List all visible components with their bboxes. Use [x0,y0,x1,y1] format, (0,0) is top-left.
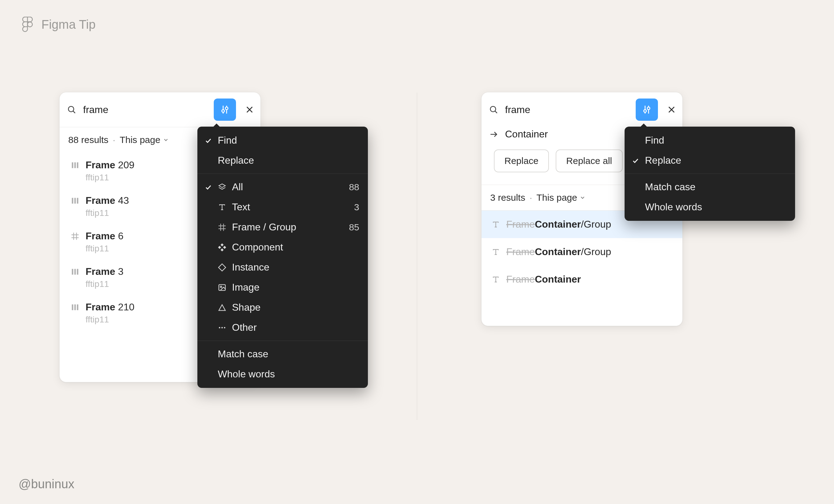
text-icon [491,248,500,256]
menu-item-filter-other[interactable]: Other [197,317,368,337]
close-icon [245,105,254,114]
instance-icon [218,263,226,272]
menu-item-filter-component[interactable]: Component [197,237,368,257]
filter-button[interactable] [636,98,658,121]
svg-rect-9 [72,162,73,168]
result-title: FrameContainer [506,273,581,285]
svg-point-55 [224,327,225,328]
svg-rect-49 [223,246,226,249]
all-icon [218,183,226,192]
menu-item-label: Instance [232,262,354,273]
filter-button[interactable] [214,98,236,121]
menu-item-label: Find [218,135,359,146]
svg-point-6 [225,107,228,110]
autolayout-icon [71,196,80,205]
scope-label: This page [536,192,577,203]
menu-item-filter-all[interactable]: All88 [197,177,368,197]
menu-item-filter-text[interactable]: Text3 [197,197,368,217]
menu-item-label: Component [232,241,354,253]
menu-item-filter-shape[interactable]: Shape [197,298,368,317]
menu-arrow-icon [641,124,647,127]
autolayout-icon [71,161,80,170]
autolayout-icon [71,267,80,276]
svg-point-25 [490,106,496,112]
svg-point-52 [220,286,222,287]
menu-divider [197,341,368,341]
svg-rect-11 [77,162,79,168]
chevron-down-icon [163,137,169,143]
menu-item-label: Other [232,322,354,333]
frame-icon [218,223,226,232]
menu-item-count: 88 [349,182,359,192]
svg-rect-21 [77,269,79,275]
menu-item-replace[interactable]: Replace [624,150,795,171]
svg-point-0 [27,22,32,27]
menu-divider [197,174,368,174]
menu-item-match-case[interactable]: Match case [197,344,368,364]
shape-icon [218,303,226,312]
menu-item-label: Replace [645,155,786,166]
search-row [60,92,260,127]
component-icon [218,243,226,252]
menu-item-label: All [232,181,344,193]
menu-item-label: Shape [232,302,354,313]
svg-line-2 [73,111,75,113]
menu-item-label: Match case [645,181,786,193]
menu-item-filter-image[interactable]: Image [197,277,368,298]
menu-item-match-case[interactable]: Match case [624,177,795,197]
separator-dot: · [113,135,115,145]
result-title: Frame 3 [86,266,124,277]
menu-item-label: Find [645,135,786,146]
replace-all-button[interactable]: Replace all [556,150,622,172]
scope-selector[interactable]: This page [536,192,586,203]
svg-rect-24 [77,304,79,310]
svg-rect-13 [74,198,76,203]
scope-selector[interactable]: This page [119,135,169,145]
menu-item-find[interactable]: Find [624,127,795,150]
result-title: Frame 209 [86,159,134,171]
replace-button[interactable]: Replace [494,150,549,172]
svg-point-53 [219,327,221,328]
image-icon [218,283,226,292]
svg-rect-20 [74,269,76,275]
menu-item-filter-frame[interactable]: Frame / Group85 [197,217,368,237]
svg-rect-47 [221,248,224,251]
svg-line-26 [495,111,497,113]
results-list: FrameContainer/GroupFrameContainer/Group… [482,210,682,293]
menu-item-label: Whole words [218,368,359,380]
menu-item-replace[interactable]: Replace [197,150,368,171]
close-button[interactable] [664,102,679,117]
svg-point-4 [222,110,224,112]
svg-point-30 [647,107,650,110]
vertical-divider [417,93,417,420]
result-item[interactable]: FrameContainer/Group [482,238,682,266]
menu-divider [624,174,795,174]
search-input[interactable] [504,104,630,116]
search-icon [489,105,498,114]
result-title: FrameContainer/Group [506,246,611,258]
menu-item-find[interactable]: Find [197,127,368,150]
menu-item-count: 85 [349,222,359,233]
menu-item-label: Replace [218,155,359,166]
svg-rect-12 [72,198,73,203]
scope-label: This page [119,135,160,145]
menu-item-filter-instance[interactable]: Instance [197,257,368,277]
result-item[interactable]: FrameContainer [482,266,682,293]
close-button[interactable] [242,102,257,117]
result-title: Frame 210 [86,301,134,313]
autolayout-icon [71,303,80,312]
menu-item-whole-words[interactable]: Whole words [197,364,368,388]
figma-logo-icon [22,17,34,32]
svg-rect-23 [74,304,76,310]
search-icon [67,105,76,114]
results-count: 88 results [68,135,108,145]
svg-point-1 [68,106,74,112]
menu-item-whole-words[interactable]: Whole words [624,197,795,221]
separator-dot: · [529,192,532,203]
search-row [482,92,682,127]
menu-item-count: 3 [354,202,359,213]
search-input[interactable] [83,104,207,116]
results-count: 3 results [490,192,525,203]
author-credit: @buninux [19,477,74,491]
svg-rect-10 [74,162,76,168]
